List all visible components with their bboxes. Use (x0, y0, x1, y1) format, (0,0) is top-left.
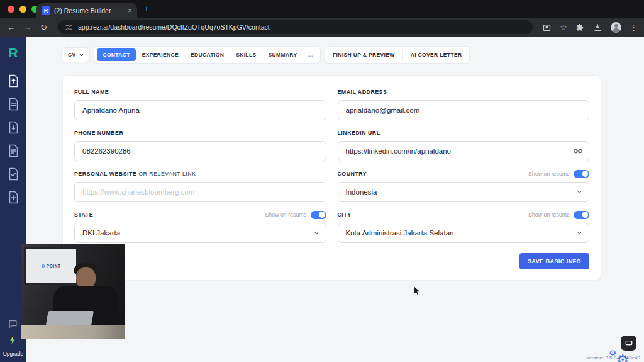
website-input[interactable] (74, 182, 326, 202)
city-show-toggle[interactable] (574, 211, 589, 219)
minimize-window-button[interactable] (19, 6, 26, 13)
full-name-input[interactable] (74, 100, 326, 120)
show-on-resume-label: Show on resume (528, 171, 570, 177)
tab-summary[interactable]: SUMMARY (262, 48, 303, 61)
monitor-icon (625, 340, 633, 347)
tab-skills[interactable]: SKILLS (230, 48, 262, 61)
state-field: STATE Show on resume DKI Jakarta (74, 211, 326, 243)
sidebar-doc-upload-icon[interactable] (8, 74, 19, 88)
country-label: COUNTRY (338, 171, 367, 177)
webcam-screen-logo: POINT (47, 264, 61, 268)
close-window-button[interactable] (8, 6, 14, 13)
upgrade-bolt-icon[interactable] (8, 334, 18, 346)
back-icon[interactable]: ← (6, 23, 16, 31)
browser-tab[interactable]: R (2) Resume Builder × (36, 3, 137, 18)
sidebar-doc-add-icon[interactable] (8, 191, 19, 204)
tab-close-icon[interactable]: × (128, 7, 132, 14)
link-icon[interactable] (573, 146, 583, 156)
finish-up-preview-button[interactable]: FINISH UP & PREVIEW (325, 48, 402, 61)
sidebar-doc-lines-icon[interactable] (8, 98, 19, 111)
sidebar-doc-check-icon[interactable] (8, 167, 19, 181)
desk (21, 325, 125, 339)
extensions-puzzle-icon[interactable] (575, 23, 585, 32)
upgrade-label[interactable]: Upgrade (3, 351, 24, 357)
phone-input[interactable] (74, 141, 326, 161)
browser-menu-icon[interactable]: ⋮ (630, 23, 638, 31)
chat-bubble-icon[interactable] (8, 319, 18, 329)
state-select[interactable]: DKI Jakarta (74, 223, 326, 243)
website-field: PERSONAL WEBSITE OR RELEVANT LINK (74, 170, 326, 202)
webcam-monitor: ⚙ POINT (24, 247, 78, 285)
country-value: Indonesia (346, 188, 377, 196)
section-tabs: CONTACT EXPERIENCE EDUCATION SKILLS SUMM… (94, 47, 320, 63)
profile-avatar[interactable] (611, 22, 621, 33)
state-label: STATE (74, 212, 93, 218)
browser-titlebar: R (2) Resume Builder × + (0, 0, 644, 18)
new-tab-button[interactable]: + (144, 4, 149, 14)
tab-education[interactable]: EDUCATION (185, 48, 230, 61)
sidebar-doc-download-icon[interactable] (8, 121, 19, 134)
cv-label: CV (68, 52, 75, 58)
nav-actions: FINISH UP & PREVIEW AI COVER LETTER (325, 47, 469, 63)
city-value: Kota Administrasi Jakarta Selatan (346, 229, 454, 237)
cv-dropdown[interactable]: CV (62, 48, 89, 62)
url-bar[interactable]: app.rezi.ai/dashboard/resume/DQcIfZuOTqU… (58, 20, 533, 34)
phone-field: PHONE NUMBER (74, 129, 326, 161)
browser-toolbar: ← → ↻ app.rezi.ai/dashboard/resume/DQcIf… (0, 18, 644, 37)
laptop (46, 311, 94, 325)
full-name-label: FULL NAME (74, 89, 109, 95)
linkedin-input[interactable] (338, 141, 590, 161)
full-name-field: FULL NAME (74, 88, 326, 120)
city-field: CITY Show on resume Kota Administrasi Ja… (338, 211, 590, 243)
downloads-icon[interactable] (593, 23, 602, 32)
bookmark-star-icon[interactable]: ☆ (560, 23, 567, 31)
website-label: PERSONAL WEBSITE OR RELEVANT LINK (74, 171, 196, 177)
url-text: app.rezi.ai/dashboard/resume/DQcIfZuOTqU… (78, 23, 270, 31)
chevron-down-icon (577, 189, 582, 193)
traffic-lights (8, 6, 38, 13)
show-on-resume-label: Show on resume (528, 212, 570, 218)
site-settings-icon[interactable] (65, 23, 73, 31)
tab-experience[interactable]: EXPERIENCE (136, 48, 184, 61)
linkedin-label: LINKEDIN URL (338, 130, 380, 136)
share-icon[interactable] (542, 23, 552, 32)
city-select[interactable]: Kota Administrasi Jakarta Selatan (338, 223, 590, 243)
webcam-overlay: ⚙ POINT (21, 244, 125, 339)
section-nav: CV CONTACT EXPERIENCE EDUCATION SKILLS S… (62, 47, 469, 63)
tab-contact[interactable]: CONTACT (97, 48, 135, 61)
country-select[interactable]: Indonesia (338, 182, 590, 202)
email-input[interactable] (338, 100, 590, 120)
mouse-cursor (413, 285, 422, 300)
forward-icon[interactable]: → (23, 23, 32, 31)
linkedin-field: LINKEDIN URL (338, 129, 590, 161)
reload-icon[interactable]: ↻ (39, 23, 48, 31)
phone-label: PHONE NUMBER (74, 130, 123, 136)
city-label: CITY (338, 212, 352, 218)
toolbar-actions: ☆ ⋮ (542, 22, 638, 33)
country-show-toggle[interactable] (574, 170, 589, 178)
sidebar-nav (8, 74, 19, 204)
gear-icon: ⚙ (41, 264, 45, 268)
screen-share-button[interactable] (621, 336, 636, 351)
state-value: DKI Jakarta (82, 229, 120, 237)
gear-icon: ⚙ (609, 349, 616, 357)
tab-favicon-icon: R (42, 6, 50, 15)
country-field: COUNTRY Show on resume Indonesia (338, 170, 590, 202)
chevron-down-icon (314, 230, 318, 234)
email-field: EMAIL ADDRESS (338, 88, 590, 120)
gear-icon: ⚙ (616, 353, 629, 362)
chevron-down-icon (79, 52, 84, 56)
rezi-logo[interactable]: R (8, 46, 18, 59)
state-show-toggle[interactable] (311, 211, 326, 219)
sidebar-doc-text-icon[interactable] (8, 144, 19, 157)
show-on-resume-label: Show on resume (265, 212, 306, 218)
contact-form-card: FULL NAME EMAIL ADDRESS PHONE NUMBER (63, 76, 601, 280)
email-label: EMAIL ADDRESS (338, 89, 387, 95)
contact-form: FULL NAME EMAIL ADDRESS PHONE NUMBER (74, 88, 589, 243)
chevron-down-icon (577, 230, 582, 234)
ai-cover-letter-button[interactable]: AI COVER LETTER (402, 48, 470, 61)
save-basic-info-button[interactable]: SAVE BASIC INFO (519, 253, 589, 269)
more-sections-button[interactable]: ... (304, 48, 318, 61)
tab-title: (2) Resume Builder (54, 7, 124, 14)
